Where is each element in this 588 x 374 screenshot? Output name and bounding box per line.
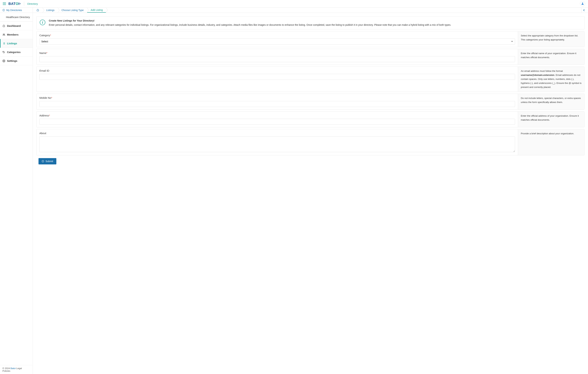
sidebar-item-label: Dashboard (7, 24, 21, 27)
svg-point-2 (4, 34, 5, 34)
mobile-label: Mobile No* (39, 96, 515, 99)
gear-icon (2, 60, 5, 62)
email-input[interactable] (39, 74, 515, 80)
tags-icon (2, 51, 5, 53)
list-icon (2, 42, 5, 45)
breadcrumb-home[interactable] (35, 8, 42, 13)
breadcrumb-choose-type[interactable]: Choose Listing Type (58, 8, 87, 13)
about-label: About (39, 132, 515, 135)
form-row-about: About Provide a brief description about … (36, 129, 585, 155)
form-row-address: Address* Enter the official address of y… (36, 111, 585, 127)
collapse-panel-button[interactable] (581, 8, 586, 13)
logo-text-1: BAT (8, 2, 16, 6)
breadcrumb-bar: Listings Choose Listing Type Add Listing (33, 8, 588, 13)
header-left: BATOI® Directory (3, 1, 38, 6)
about-textarea[interactable] (39, 136, 515, 152)
email-label: Email ID (39, 69, 515, 72)
form-row-mobile: Mobile No* Do not include letters, speci… (36, 94, 585, 110)
category-select[interactable]: Select (39, 39, 515, 44)
back-label: My Directories (6, 9, 22, 11)
info-banner: i Create New Listings for Your Directory… (36, 16, 585, 29)
sidebar-item-label: Settings (7, 59, 17, 62)
svg-point-1 (3, 34, 4, 34)
name-help: Enter the official name of your organiza… (518, 49, 584, 64)
about-help: Provide a brief description about your o… (518, 129, 584, 155)
logo-leaf-icon: O (16, 2, 18, 6)
breadcrumb-label: Listings (46, 9, 54, 11)
form-row-category: Category* Select Select the appropriate … (36, 31, 585, 47)
svg-point-0 (3, 9, 5, 11)
back-my-directories[interactable]: My Directories (0, 8, 33, 13)
home-icon (36, 9, 39, 11)
user-icon (581, 2, 584, 5)
header-divider (24, 1, 24, 6)
sidebar-item-dashboard[interactable]: Dashboard (0, 21, 33, 30)
directory-name: Healthcare Directory (0, 13, 33, 21)
sidebar-item-label: Categories (7, 51, 21, 53)
content: i Create New Listings for Your Directory… (33, 13, 588, 171)
sidebar-item-label: Listings (7, 42, 17, 45)
hamburger-icon[interactable] (3, 2, 6, 5)
svg-point-4 (3, 61, 4, 61)
name-label: Name* (39, 52, 515, 54)
user-avatar[interactable] (580, 1, 585, 6)
svg-point-5 (42, 160, 44, 162)
sidebar-item-settings[interactable]: Settings (0, 57, 33, 65)
sidebar-item-listings[interactable]: Listings (0, 39, 33, 48)
arrow-right-circle-icon (42, 160, 44, 162)
users-icon (2, 33, 5, 36)
chevron-left-icon (583, 9, 585, 11)
info-body: Enter personal details, contact informat… (49, 23, 451, 27)
address-input[interactable] (39, 119, 515, 125)
info-title: Create New Listings for Your Directory! (49, 19, 451, 22)
submit-label: Submit (45, 160, 53, 163)
info-text: Create New Listings for Your Directory! … (49, 19, 451, 27)
breadcrumb: Listings Choose Listing Type Add Listing (35, 8, 106, 13)
email-help: An email address must follow the format … (518, 67, 584, 92)
main: Listings Choose Listing Type Add Listing… (33, 8, 588, 374)
address-label: Address* (39, 114, 515, 117)
sidebar-item-categories[interactable]: Categories (0, 48, 33, 57)
breadcrumb-label: Add Listing (91, 9, 103, 11)
submit-button[interactable]: Submit (39, 158, 56, 164)
mobile-input[interactable] (39, 101, 515, 107)
sidebar-item-members[interactable]: Members (0, 30, 33, 39)
app-title[interactable]: Directory (27, 2, 38, 5)
brand-logo[interactable]: BATOI® (8, 2, 21, 6)
category-label: Category* (39, 34, 515, 37)
address-help: Enter the official address of your organ… (518, 112, 584, 127)
category-help: Select the appropriate category from the… (518, 31, 584, 47)
sidebar-item-label: Members (7, 33, 19, 36)
breadcrumb-add-listing[interactable]: Add Listing (87, 8, 106, 13)
back-arrow-icon (2, 9, 5, 11)
footer: © 2024 Batoi Legal Policies (0, 365, 33, 374)
footer-copyright: © 2024 (2, 367, 10, 370)
form-row-name: Name* Enter the official name of your or… (36, 49, 585, 65)
breadcrumb-label: Choose Listing Type (62, 9, 84, 11)
home-icon (2, 24, 5, 27)
breadcrumb-listings[interactable]: Listings (42, 8, 58, 13)
name-input[interactable] (39, 56, 515, 62)
footer-brand-link[interactable]: Batoi (10, 367, 16, 370)
mobile-help: Do not include letters, special characte… (518, 94, 584, 109)
logo-reg: ® (20, 3, 21, 5)
sidebar: My Directories Healthcare Directory Dash… (0, 8, 33, 374)
info-icon: i (40, 20, 45, 25)
form-row-email: Email ID An email address must follow th… (36, 66, 585, 92)
top-header: BATOI® Directory (0, 0, 588, 8)
